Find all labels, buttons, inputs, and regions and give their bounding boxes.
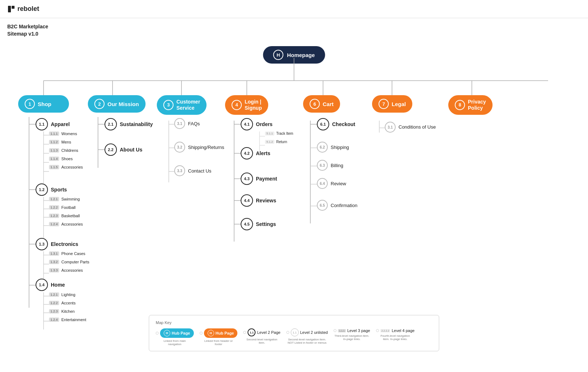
l2-4-2: 4.2 Alerts — [241, 147, 270, 159]
connection-lines — [7, 39, 581, 355]
l2-1-2: 1.2 Sports — [36, 183, 67, 196]
l3-1-3-2: 1.3.2 Computer Parts — [49, 260, 89, 264]
l3-1-1-4-badge: 1.1.4 — [49, 157, 59, 161]
l2-1-3-label: Electronics — [51, 241, 78, 247]
l2-1-4-label: Home — [51, 282, 65, 288]
logo-text: rebolet — [17, 5, 39, 13]
l3-1-2-2: 1.2.2 Football — [49, 205, 75, 210]
l3-1-1-3-badge: 1.1.3 — [49, 148, 59, 153]
l3-1-1-2-badge: 1.1.2 — [49, 140, 59, 144]
l3-1-1-2: 1.1.2 Mens — [49, 140, 71, 144]
l2-6-3: 6.3 Billing — [317, 160, 343, 171]
key-item-l2-gray: 1.1 Level 2 unlisted Second-level naviga… — [286, 328, 328, 344]
col7-hub: 7 Legal — [372, 95, 412, 113]
l2-1-1-label: Apparel — [51, 121, 70, 127]
l3-1-1-5-label: Accessories — [61, 165, 83, 169]
l3-1-2-3: 1.2.3 Basketball — [49, 214, 80, 218]
l2-6-2: 6.2 Shipping — [317, 142, 349, 153]
col2-hub: 2 Our Mission — [88, 95, 146, 113]
l2-4-1: 4.1 Orders — [241, 118, 273, 130]
l3-1-1-4: 1.1.4 Shoes — [49, 157, 73, 161]
l2-3-2: 3.2 Shipping/Returns — [174, 142, 224, 153]
l3-1-1-3-label: Childrens — [61, 148, 78, 153]
l2-1-1: 1.1 Apparel — [36, 118, 70, 130]
l2-4-4: 4.4 Reviews — [241, 194, 276, 207]
col1-hub: 1 Shop — [18, 95, 69, 113]
l2-1-3-circle: 1.3 — [36, 238, 48, 250]
key-item-l4: 2.2.2.2 Level 4 page Fourth-level naviga… — [376, 328, 415, 341]
col2-num: 2 — [94, 99, 105, 109]
l3-1-1-5: 1.1.5 Accessories — [49, 165, 83, 169]
homepage-label: Homepage — [287, 52, 315, 58]
logo-icon — [7, 5, 15, 13]
l2-6-1: 6.1 Checkout — [317, 118, 355, 130]
l2-1-1-circle: 1.1 — [36, 118, 48, 130]
l2-1-4: 1.4 Home — [36, 279, 65, 291]
col1-label: Shop — [38, 101, 52, 107]
col3-hub: 3 CustomerService — [157, 95, 207, 115]
logo: rebolet — [7, 5, 39, 13]
col2-label: Our Mission — [107, 101, 139, 107]
l2-3-1: 3.1 FAQs — [174, 118, 200, 129]
l3-1-2-1: 1.2.1 Swimming — [49, 197, 80, 201]
key-item-l2-dark: 1.1 Level 2 Page Second-level navigation… — [243, 328, 280, 344]
l3-1-1-1-badge: 1.1.1 — [49, 132, 59, 136]
l3-1-1-4-label: Shoes — [61, 157, 73, 161]
l3-1-3-3: 1.3.3 Accessories — [49, 268, 83, 272]
homepage-badge: H — [273, 50, 283, 60]
l3-1-1-1-label: Womens — [61, 132, 77, 136]
map-key-title: Map Key — [156, 320, 432, 325]
col6-hub: 6 Cart — [303, 95, 340, 113]
key-item-hub-blue: H Hub Page Linked from main navigation — [156, 328, 194, 346]
l2-1-4-circle: 1.4 — [36, 279, 48, 291]
l3-1-2-4: 1.2.4 Accessories — [49, 222, 83, 226]
col8-hub: 8 PrivacyPolicy — [448, 95, 493, 115]
l2-4-3: 4.3 Payment — [241, 173, 277, 185]
l2-1-2-circle: 1.2 — [36, 183, 48, 196]
l2-4-5: 4.5 Settings — [241, 218, 276, 230]
l2-7-3-1: 3.1 Conditions of Use — [385, 122, 436, 133]
l2-3-3: 3.3 Contact Us — [174, 165, 211, 176]
sitemap-container: H Homepage — [7, 39, 581, 355]
svg-rect-1 — [12, 6, 15, 9]
l3-1-1-1: 1.1.1 Womens — [49, 132, 77, 136]
l2-6-4: 6.4 Review — [317, 178, 346, 189]
l2-2-2: 2.2 About Us — [105, 143, 142, 156]
header: rebolet — [0, 0, 588, 18]
l3-1-3-1: 1.3.1 Phone Cases — [49, 251, 85, 256]
col4-hub: 4 Login |Signup — [225, 95, 268, 115]
l3-1-1-3: 1.1.3 Childrens — [49, 148, 78, 153]
page-title: B2C MarketplaceSitemap v1.0 — [0, 18, 588, 39]
svg-rect-0 — [8, 6, 11, 12]
l2-2-1: 2.1 Sustainability — [105, 118, 153, 130]
l2-6-5: 6.5 Confirmation — [317, 200, 358, 211]
page-title-text: B2C MarketplaceSitemap v1.0 — [7, 23, 581, 37]
homepage-node: H Homepage — [263, 46, 325, 64]
key-item-l3: 1.1.1 Level 3 page Third-level navigatio… — [334, 328, 370, 341]
l3-1-1-5-badge: 1.1.5 — [49, 165, 59, 169]
l2-1-2-label: Sports — [51, 187, 67, 193]
l3-1-1-2-label: Mens — [61, 140, 71, 144]
map-key: Map Key H Hub Page Linked from main navi… — [149, 315, 439, 351]
col1-num: 1 — [25, 99, 35, 109]
key-item-hub-orange: H Hub Page Linked from header or footer — [200, 328, 238, 346]
l2-1-3: 1.3 Electronics — [36, 238, 78, 250]
